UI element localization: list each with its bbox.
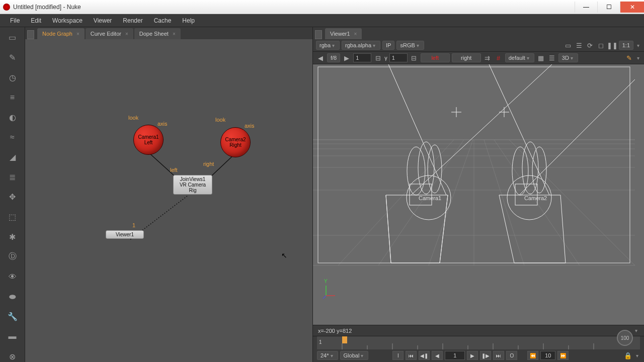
skip-back-button[interactable]: ⏪	[527, 351, 538, 360]
menu-viewer[interactable]: Viewer	[89, 15, 117, 26]
channel-selector[interactable]: rgba▾	[316, 41, 340, 50]
channel-tool-icon[interactable]: ≡	[7, 92, 18, 103]
slider-icon[interactable]: ⊟	[373, 53, 382, 62]
other-tool-icon[interactable]: ▬	[7, 331, 18, 342]
views-tool-icon[interactable]: 👁	[7, 272, 18, 283]
panel-handle-icon[interactable]	[315, 30, 322, 39]
go-last-button[interactable]: ⏭	[493, 351, 504, 360]
3d-tool-icon[interactable]: ⬚	[7, 212, 18, 223]
minimize-button[interactable]: —	[575, 2, 597, 13]
ip-toggle[interactable]: IP	[382, 41, 394, 50]
axis-gizmo-icon[interactable]: Y	[322, 285, 337, 300]
left-eye-button[interactable]: left	[421, 53, 450, 62]
close-icon[interactable]: ×	[354, 31, 357, 37]
refresh-icon[interactable]: ⟳	[586, 41, 595, 50]
play-forward-button[interactable]: ▶	[467, 351, 478, 360]
plugin-tool-icon[interactable]: ⊗	[7, 351, 18, 362]
left-tab-bar: Node Graph× Curve Editor× Dope Sheet×	[25, 27, 312, 39]
exposure-input[interactable]	[353, 53, 371, 62]
toolsets-tool-icon[interactable]: 🔧	[7, 311, 18, 322]
chevron-down-icon[interactable]: ▾	[633, 328, 639, 333]
play-back-button[interactable]: ◀	[432, 351, 443, 360]
menu-cache[interactable]: Cache	[149, 15, 177, 26]
panel-handle-icon[interactable]	[27, 30, 34, 39]
menu-help[interactable]: Help	[177, 15, 200, 26]
fps-dial[interactable]: 100	[617, 330, 633, 346]
tab-viewer1[interactable]: Viewer1×	[325, 28, 362, 39]
svg-line-23	[519, 79, 635, 195]
menu-render[interactable]: Render	[118, 15, 147, 26]
bbox-icon[interactable]: ▦	[536, 53, 545, 62]
chevron-down-icon[interactable]: ▾	[634, 353, 640, 358]
out-point-button[interactable]: O	[506, 351, 517, 360]
timeline-track[interactable]: 1	[317, 336, 640, 349]
svg-text:Camera2: Camera2	[524, 195, 547, 201]
color-tool-icon[interactable]: ◐	[7, 112, 18, 123]
svg-line-18	[509, 140, 635, 265]
tab-dope-sheet[interactable]: Dope Sheet×	[134, 28, 181, 39]
fstop-display[interactable]: f/8	[327, 53, 340, 62]
chevron-down-icon[interactable]: ▾	[635, 55, 641, 61]
skip-forward-button[interactable]: ⏩	[557, 351, 569, 360]
draw-tool-icon[interactable]: ✎	[7, 52, 18, 63]
particles-tool-icon[interactable]: ✱	[7, 231, 18, 242]
tab-node-graph[interactable]: Node Graph×	[37, 28, 85, 39]
menu-workspace[interactable]: Workspace	[47, 15, 88, 26]
gamma-input[interactable]	[389, 53, 408, 62]
close-icon[interactable]: ×	[76, 31, 79, 37]
svg-line-46	[323, 296, 326, 299]
merge-tool-icon[interactable]: ≣	[7, 171, 18, 183]
roi-icon[interactable]: ◻	[597, 41, 606, 50]
colorspace-selector[interactable]: sRGB▾	[396, 41, 424, 50]
keyer-tool-icon[interactable]: ◢	[7, 152, 18, 163]
transform-tool-icon[interactable]: ✥	[7, 192, 18, 203]
deep-tool-icon[interactable]: Ⓓ	[7, 251, 18, 262]
menu-edit[interactable]: Edit	[26, 15, 46, 26]
lut-selector[interactable]: default▾	[505, 53, 534, 62]
svg-line-13	[378, 140, 464, 265]
image-tool-icon[interactable]: ▭	[7, 32, 18, 43]
svg-line-26	[440, 195, 448, 263]
node-viewer[interactable]: Viewer1	[106, 230, 144, 239]
view-mode-3d[interactable]: 3D▾	[558, 53, 578, 62]
fps-selector[interactable]: 24*▾	[317, 351, 338, 360]
chevron-down-icon[interactable]: ▾	[635, 43, 641, 48]
clip-icon[interactable]: #	[494, 53, 503, 62]
next-icon[interactable]: ▶	[342, 53, 351, 62]
playback-mode-selector[interactable]: Global▾	[340, 351, 369, 360]
maximize-button[interactable]: ☐	[597, 2, 620, 13]
thumbnail-icon[interactable]: ▭	[564, 41, 573, 50]
lock-icon[interactable]: 🔒	[623, 351, 632, 360]
3d-viewport[interactable]: Camera1 Camera2 Y	[313, 64, 644, 325]
close-icon[interactable]: ×	[125, 31, 128, 37]
step-input[interactable]	[540, 351, 555, 360]
zoom-ratio[interactable]: 1:1	[619, 41, 633, 50]
menu-file[interactable]: File	[5, 15, 25, 26]
right-eye-button[interactable]: right	[452, 53, 481, 62]
pencil-icon[interactable]: ✎	[624, 53, 633, 62]
node-graph-canvas[interactable]: look axis look axis left right 1 Camera1…	[25, 39, 312, 362]
close-icon[interactable]: ×	[173, 31, 176, 37]
tab-curve-editor[interactable]: Curve Editor×	[86, 28, 133, 39]
close-button[interactable]: ✕	[620, 2, 644, 13]
playback-controls: 24*▾ Global▾ I ⏮ ◀❚ ◀ ▶ ❚▶ ⏭ O ⏪ ⏩	[313, 349, 644, 363]
overscan-icon[interactable]: ☰	[547, 53, 556, 62]
stereo-icon[interactable]: ⇉	[483, 53, 492, 62]
time-tool-icon[interactable]: ◷	[7, 72, 18, 83]
list-icon[interactable]: ☰	[575, 41, 584, 50]
frame-forward-button[interactable]: ❚▶	[480, 351, 491, 360]
node-camera1[interactable]: Camera1 Left	[133, 125, 164, 155]
node-camera2[interactable]: Camera2 Right	[220, 127, 251, 157]
metadata-tool-icon[interactable]: ⬬	[7, 291, 18, 302]
in-point-button[interactable]: I	[392, 351, 404, 360]
alpha-selector[interactable]: rgba.alpha▾	[342, 41, 380, 50]
frame-back-button[interactable]: ◀❚	[419, 351, 430, 360]
filter-tool-icon[interactable]: ≈	[7, 132, 18, 143]
viewer-toolbar-row1: rgba▾ rgba.alpha▾ IP sRGB▾ ▭ ☰ ⟳ ◻ ❚❚ 1:…	[313, 39, 644, 52]
pause-icon[interactable]: ❚❚	[608, 41, 617, 50]
prev-icon[interactable]: ◀	[316, 53, 325, 62]
go-first-button[interactable]: ⏮	[406, 351, 417, 360]
current-frame-input[interactable]	[445, 351, 465, 360]
node-joinviews[interactable]: JoinViews1 VR Camera Rig	[173, 175, 212, 195]
slider-icon[interactable]: ⊟	[410, 53, 419, 62]
